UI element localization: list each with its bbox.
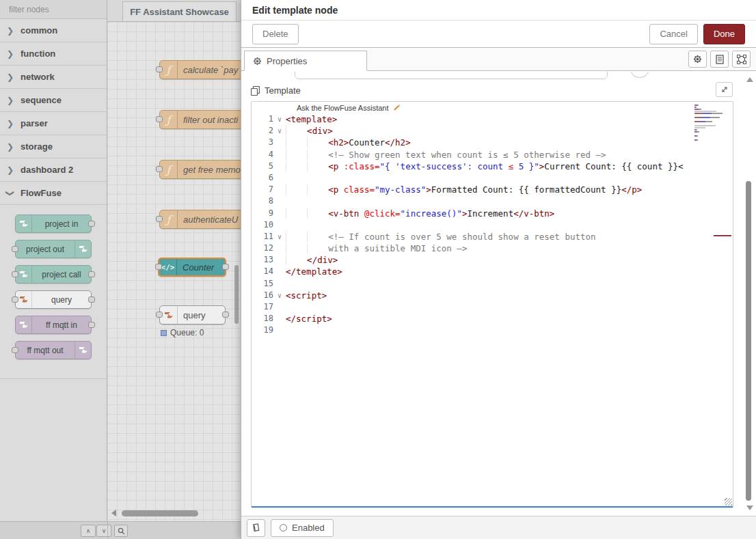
canvas-node-query[interactable]: query	[159, 305, 226, 324]
node-icon-box	[75, 240, 91, 258]
input-port[interactable]	[12, 246, 18, 252]
canvas-vertical-scrollbar[interactable]	[234, 265, 239, 324]
panel-scrollbar[interactable]	[744, 73, 753, 514]
function-icon: ƒ	[167, 163, 171, 176]
line-number: 16	[252, 290, 273, 301]
flow-tab[interactable]: FF Assistant Showcase	[122, 1, 237, 21]
code-line[interactable]: 15	[252, 278, 733, 290]
output-port[interactable]	[88, 221, 95, 227]
gear-icon	[693, 55, 702, 64]
palette-node-project-call[interactable]: project call	[15, 265, 92, 284]
flow-canvas[interactable]: ƒ calculate `payƒ filter out inactiƒ get…	[107, 22, 241, 521]
palette-filter-input[interactable]	[9, 5, 115, 14]
code-line[interactable]: 13 </div>	[252, 254, 733, 266]
properties-gear-button[interactable]	[688, 51, 707, 68]
canvas-node-get-free-memo[interactable]: ƒ get free memo	[159, 160, 241, 179]
code-line[interactable]: 6	[252, 172, 733, 184]
palette-collapse-all-button[interactable]: ∧	[81, 525, 96, 537]
code-line[interactable]: 11 ∨ <!— If count is over 5 we should sh…	[252, 231, 733, 243]
scroll-up-arrow-icon[interactable]	[746, 77, 753, 82]
palette-expand-all-button[interactable]: ∨	[96, 525, 111, 537]
description-tab-button[interactable]	[710, 51, 729, 68]
search-flows-button[interactable]	[114, 525, 128, 537]
code-line[interactable]: 14 </template>	[252, 266, 733, 277]
code-line[interactable]: 18 </script>	[252, 313, 733, 324]
palette-node-project-in[interactable]: project in	[15, 215, 92, 233]
code-line[interactable]: 5 <p :class="{ 'text-success': count ≤ 5…	[252, 161, 733, 172]
scroll-down-arrow-icon[interactable]	[746, 506, 753, 510]
fold-toggle-icon[interactable]: ∨	[273, 231, 286, 243]
code-line[interactable]: 7 <p class="my-class">Formatted Count: {…	[252, 184, 733, 195]
palette-category-storage[interactable]: ❯ storage	[0, 135, 107, 158]
chevron-right-icon: ❯	[7, 142, 14, 152]
edit-form-area: Template Ask the FlowFuse Assistant	[241, 72, 756, 516]
canvas-node-authenticateu[interactable]: ƒ authenticateU	[159, 210, 241, 229]
code-line[interactable]: 2 ∨ <div>	[252, 125, 733, 137]
canvas-node-counter[interactable]: </> Counter	[158, 258, 226, 277]
output-port[interactable]	[88, 296, 95, 303]
delete-button[interactable]: Delete	[252, 24, 299, 44]
code-line[interactable]: 16 ∨ <script>	[252, 290, 733, 301]
palette-category-dashboard-2[interactable]: ❯ dashboard 2	[0, 158, 107, 182]
fold-toggle-icon[interactable]: ∨	[273, 125, 286, 137]
input-port[interactable]	[156, 166, 163, 172]
fold-toggle-icon	[273, 254, 286, 266]
code-line[interactable]: 12 with a suitible MDI icon —>	[252, 243, 733, 254]
code-line[interactable]: 17	[252, 301, 733, 313]
code-line[interactable]: 4 <!— Show green text when count is ≤ 5 …	[252, 149, 733, 161]
input-port[interactable]	[156, 216, 163, 222]
cancel-button[interactable]: Cancel	[649, 24, 697, 44]
line-number: 8	[252, 195, 273, 207]
input-port[interactable]	[12, 296, 18, 303]
palette-node-project-out[interactable]: project out	[15, 240, 92, 258]
scrolled-field-partial[interactable]	[295, 72, 608, 79]
node-enabled-toggle[interactable]: Enabled	[271, 519, 334, 537]
expand-editor-button[interactable]	[716, 82, 733, 97]
code-line[interactable]: 19	[252, 324, 733, 336]
input-port[interactable]	[156, 66, 163, 72]
canvas-horizontal-scrollbar[interactable]	[107, 509, 241, 517]
status-dot-icon	[161, 330, 167, 336]
input-port[interactable]	[12, 347, 18, 353]
output-port[interactable]	[222, 312, 229, 318]
fold-toggle-icon	[273, 161, 286, 172]
output-port[interactable]	[88, 271, 95, 277]
palette-node-ff-mqtt-out[interactable]: ff mqtt out	[15, 341, 92, 359]
input-port[interactable]	[156, 312, 163, 318]
fold-toggle-icon[interactable]: ∨	[273, 290, 286, 301]
canvas-node-filter-out-inacti[interactable]: ƒ filter out inacti	[159, 110, 241, 129]
code-line[interactable]: 3 <h2>Counter</h2>	[252, 137, 733, 148]
palette-category-network[interactable]: ❯ network	[0, 66, 107, 89]
template-code-editor[interactable]: Ask the FlowFuse Assistant 1 ∨ <template…	[251, 101, 733, 508]
code-line[interactable]: 10	[252, 219, 733, 231]
input-port[interactable]	[12, 271, 18, 277]
panel-scrollbar-thumb[interactable]	[746, 181, 751, 501]
assistant-hint[interactable]: Ask the FlowFuse Assistant	[252, 102, 733, 113]
palette-node-ff-mqtt-in[interactable]: ff mqtt in	[15, 316, 92, 334]
palette-node-query[interactable]: query	[15, 290, 92, 309]
scrolled-button-partial[interactable]	[631, 72, 649, 78]
node-help-button[interactable]	[247, 519, 265, 537]
minimap[interactable]	[693, 104, 730, 143]
appearance-tab-button[interactable]	[732, 51, 751, 68]
fold-toggle-icon[interactable]: ∨	[273, 113, 286, 125]
editor-resize-handle[interactable]	[725, 498, 732, 506]
input-port[interactable]	[155, 264, 162, 270]
code-line[interactable]: 9 <v-btn @click="increase()">Increment</…	[252, 208, 733, 219]
input-port[interactable]	[156, 116, 163, 122]
output-port[interactable]	[222, 264, 229, 270]
palette-category-parser[interactable]: ❯ parser	[0, 112, 107, 135]
line-number: 13	[252, 254, 273, 266]
scroll-left-arrow-icon[interactable]	[111, 510, 116, 516]
done-button[interactable]: Done	[703, 24, 745, 44]
palette-category-common[interactable]: ❯ common	[0, 19, 107, 42]
scrollbar-thumb[interactable]	[122, 510, 198, 516]
code-line[interactable]: 8	[252, 195, 733, 207]
palette-category-flowfuse[interactable]: ❯ FlowFuse	[0, 182, 107, 205]
canvas-node-calculate-pay[interactable]: ƒ calculate `pay	[159, 60, 241, 79]
tab-properties[interactable]: Properties	[244, 51, 367, 71]
output-port[interactable]	[88, 322, 95, 328]
code-line[interactable]: 1 ∨ <template>	[252, 113, 733, 125]
palette-category-function[interactable]: ❯ function	[0, 42, 107, 66]
palette-category-sequence[interactable]: ❯ sequence	[0, 89, 107, 112]
